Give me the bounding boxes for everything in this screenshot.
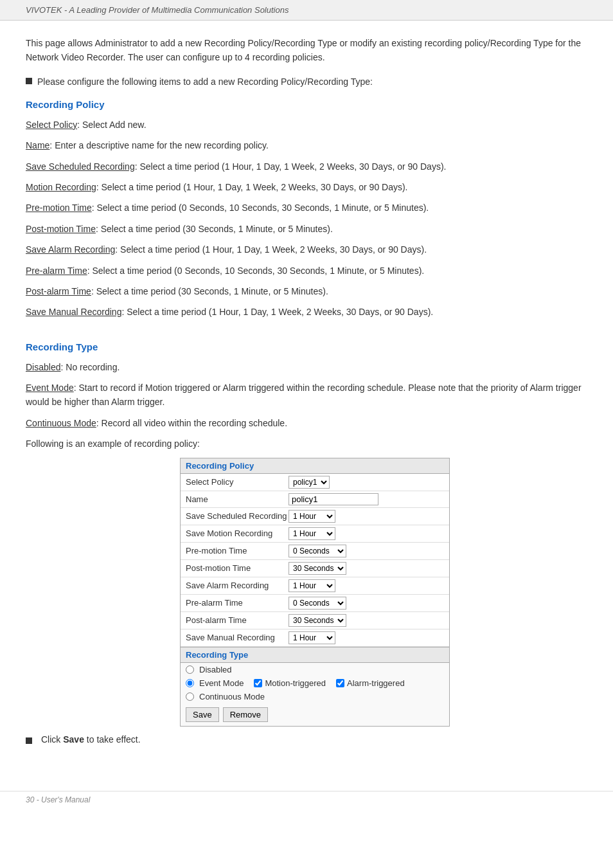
recording-type-title: Recording Type [26,341,587,352]
policy-item-pre-alarm: Pre-alarm Time: Select a time period (0 … [26,264,587,278]
policy-item-post-alarm: Post-alarm Time: Select a time period (3… [26,284,587,298]
policy-item-save-scheduled: Save Scheduled Recording: Select a time … [26,159,587,174]
policy-item-save-alarm: Save Alarm Recording: Select a time peri… [26,242,587,257]
label-post-motion: Post-motion Time [186,563,289,573]
example-recording-type-section: Recording Type Disabled Event Mode Motio… [181,647,449,726]
desc-pre-alarm: Select a time period (0 Seconds, 10 Seco… [92,266,424,276]
label-save-manual: Save Manual Recording [186,633,289,642]
post-alarm-dropdown[interactable]: 30 Seconds 1 Minute 5 Minutes [289,614,346,627]
save-scheduled-dropdown[interactable]: 1 Hour 1 Day 1 Week 2 Weeks 30 Days 90 D… [289,510,335,523]
page-header: VIVOTEK - A Leading Provider of Multimed… [0,0,613,21]
table-row-save-alarm: Save Alarm Recording 1 Hour 1 Day 1 Week… [181,577,449,595]
intro-bullet-text: Please configure the following items to … [37,75,373,89]
term-continuous-mode: Continuous Mode [26,418,96,428]
save-bold: Save [63,734,84,745]
type-item-event-mode: Event Mode: Start to record if Motion tr… [26,381,587,410]
save-motion-dropdown[interactable]: 1 Hour 1 Day 1 Week 2 Weeks 30 Days 90 D… [289,527,335,540]
term-pre-motion: Pre-motion Time [26,203,92,213]
label-radio-disabled: Disabled [199,665,232,674]
header-title: VIVOTEK - A Leading Provider of Multimed… [26,5,289,15]
term-post-motion: Post-motion Time [26,224,96,234]
label-radio-event: Event Mode [199,678,244,688]
policy-item-save-manual: Save Manual Recording: Select a time per… [26,305,587,319]
type-item-disabled: Disabled: No recording. [26,360,587,374]
pre-motion-dropdown[interactable]: 0 Seconds 10 Seconds 30 Seconds 1 Minute… [289,545,346,557]
policy-item-motion-recording: Motion Recording: Select a time period (… [26,180,587,194]
select-policy-dropdown[interactable]: policy1 [289,476,330,489]
value-post-alarm[interactable]: 30 Seconds 1 Minute 5 Minutes [289,614,444,627]
example-table: Recording Policy Select Policy policy1 N… [180,458,450,727]
policy-item-select-policy: Select Policy: Select Add new. [26,118,587,132]
value-pre-motion[interactable]: 0 Seconds 10 Seconds 30 Seconds 1 Minute… [289,545,444,557]
type-item-continuous: Continuous Mode: Record all video within… [26,416,587,430]
term-pre-alarm: Pre-alarm Time [26,266,87,276]
desc-continuous: Record all video within the recording sc… [102,418,288,428]
desc-select-policy: Select Add new. [82,120,147,130]
desc-pre-motion: Select a time period (0 Seconds, 10 Seco… [96,203,429,213]
save-manual-dropdown[interactable]: 1 Hour 1 Day 1 Week 2 Weeks 30 Days 90 D… [289,631,335,644]
radio-row-continuous: Continuous Mode [181,690,449,703]
radio-continuous-mode[interactable] [186,692,194,701]
label-pre-motion: Pre-motion Time [186,546,289,556]
bullet-icon [26,78,32,84]
label-pre-alarm: Pre-alarm Time [186,598,289,608]
term-motion-recording: Motion Recording [26,182,96,192]
term-name: Name [26,140,49,150]
value-save-scheduled[interactable]: 1 Hour 1 Day 1 Week 2 Weeks 30 Days 90 D… [289,510,444,523]
value-save-manual[interactable]: 1 Hour 1 Day 1 Week 2 Weeks 30 Days 90 D… [289,631,444,644]
radio-event-mode[interactable] [186,679,194,687]
motion-triggered-label: Motion-triggered [254,678,326,688]
value-name[interactable] [289,493,444,505]
table-row-save-manual: Save Manual Recording 1 Hour 1 Day 1 Wee… [181,629,449,647]
desc-save-scheduled: Select a time period (1 Hour, 1 Day, 1 W… [139,161,446,172]
table-row-save-motion: Save Motion Recording 1 Hour 1 Day 1 Wee… [181,525,449,543]
radio-row-event: Event Mode Motion-triggered Alarm-trigge… [181,676,449,690]
label-radio-continuous: Continuous Mode [199,692,265,701]
click-save-note: Click Save to take effect. [26,734,587,745]
remove-button[interactable]: Remove [223,707,268,722]
policy-item-name: Name: Enter a descriptive name for the n… [26,138,587,152]
name-input[interactable] [289,493,378,505]
page-footer: 30 - User's Manual [0,791,613,808]
example-label: Following is an example of recording pol… [26,437,587,451]
save-alarm-dropdown[interactable]: 1 Hour 1 Day 1 Week 2 Weeks 30 Days 90 D… [289,579,335,592]
footer-text: 30 - User's Manual [26,795,90,804]
term-save-manual: Save Manual Recording [26,307,121,317]
click-save-text: Click Save to take effect. [41,734,141,745]
table-row-post-alarm: Post-alarm Time 30 Seconds 1 Minute 5 Mi… [181,612,449,629]
intro-bullet: Please configure the following items to … [26,75,587,89]
label-save-scheduled: Save Scheduled Recording [186,511,289,521]
term-save-scheduled: Save Scheduled Recording [26,161,135,172]
term-select-policy: Select Policy [26,120,77,130]
post-motion-dropdown[interactable]: 30 Seconds 1 Minute 5 Minutes [289,562,346,575]
label-save-alarm: Save Alarm Recording [186,581,289,590]
desc-post-alarm: Select a time period (30 Seconds, 1 Minu… [96,286,328,296]
policy-item-pre-motion: Pre-motion Time: Select a time period (0… [26,201,587,215]
radio-disabled[interactable] [186,665,194,674]
value-save-alarm[interactable]: 1 Hour 1 Day 1 Week 2 Weeks 30 Days 90 D… [289,579,444,592]
button-row: Save Remove [181,703,449,726]
value-pre-alarm[interactable]: 0 Seconds 10 Seconds 30 Seconds 1 Minute… [289,597,444,610]
value-save-motion[interactable]: 1 Hour 1 Day 1 Week 2 Weeks 30 Days 90 D… [289,527,444,540]
table-row-name: Name [181,491,449,508]
checkbox-motion-triggered[interactable] [254,679,262,687]
term-event-mode: Event Mode [26,383,74,393]
save-button[interactable]: Save [186,707,219,722]
value-post-motion[interactable]: 30 Seconds 1 Minute 5 Minutes [289,562,444,575]
value-select-policy[interactable]: policy1 [289,476,444,489]
recording-type-items: Disabled: No recording. Event Mode: Star… [26,360,587,431]
term-save-alarm: Save Alarm Recording [26,244,115,255]
table-row-pre-alarm: Pre-alarm Time 0 Seconds 10 Seconds 30 S… [181,595,449,612]
term-disabled: Disabled [26,362,60,372]
label-select-policy: Select Policy [186,477,289,487]
label-name: Name [186,494,289,504]
desc-post-motion: Select a time period (30 Seconds, 1 Minu… [101,224,333,234]
recording-policy-items: Select Policy: Select Add new. Name: Ent… [26,118,587,320]
desc-name: Enter a descriptive name for the new rec… [55,140,269,150]
bullet-icon-save [26,737,32,744]
checkbox-alarm-triggered[interactable] [336,679,344,687]
desc-motion-recording: Select a time period (1 Hour, 1 Day, 1 W… [102,182,408,192]
alarm-triggered-label: Alarm-triggered [336,678,405,688]
pre-alarm-dropdown[interactable]: 0 Seconds 10 Seconds 30 Seconds 1 Minute… [289,597,346,610]
desc-save-manual: Select a time period (1 Hour, 1 Day, 1 W… [127,307,433,317]
